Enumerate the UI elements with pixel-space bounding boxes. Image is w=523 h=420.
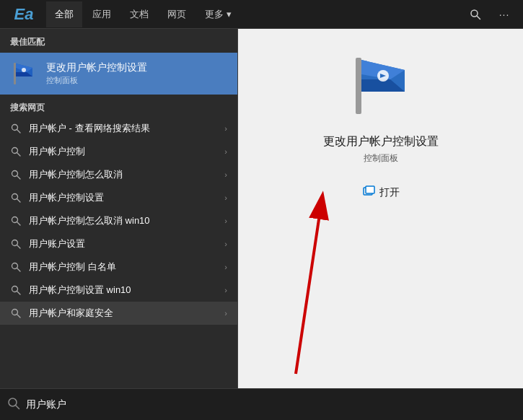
result-text: 用户帐户控制: [29, 145, 217, 158]
result-text: 用户帐户控制 白名单: [29, 261, 217, 274]
best-match-label: 最佳匹配: [0, 29, 237, 53]
search-panel: Ea 全部 应用 文档 网页 更多 ▾ ··· 最佳匹配: [0, 0, 523, 420]
result-text: 用户帐户控制设置: [29, 191, 217, 204]
nav-tabs: 全部 应用 文档 网页 更多 ▾: [46, 1, 465, 27]
svg-line-1: [477, 16, 480, 19]
web-section-label: 搜索网页: [0, 95, 237, 117]
search-icon: [10, 192, 22, 204]
best-match-text: 更改用户帐户控制设置 控制面板: [46, 61, 147, 86]
chevron-right-icon: ›: [224, 286, 227, 294]
chevron-right-icon: ›: [224, 147, 227, 156]
top-nav: Ea 全部 应用 文档 网页 更多 ▾ ···: [0, 0, 523, 29]
best-match-subtitle: 控制面板: [46, 75, 147, 86]
search-icon: [10, 307, 22, 319]
search-icon: [10, 238, 22, 250]
list-item[interactable]: 用户帐户控制设置 ›: [0, 186, 237, 209]
detail-title: 更改用户帐户控制设置: [323, 134, 439, 149]
tab-docs[interactable]: 文档: [121, 1, 157, 27]
tab-all[interactable]: 全部: [46, 1, 82, 27]
open-window-icon: [362, 185, 375, 201]
nav-right-icons: ···: [465, 4, 517, 25]
chevron-right-icon: ›: [224, 170, 227, 179]
list-item[interactable]: 用户帐户控制 白名单 ›: [0, 255, 237, 279]
best-match-icon: [10, 60, 38, 87]
nav-logo: Ea: [6, 1, 42, 27]
right-detail-panel: 更改用户帐户控制设置 控制面板 打开: [238, 29, 523, 388]
svg-line-14: [17, 199, 21, 203]
result-text: 用户帐户控制设置 win10: [29, 284, 217, 297]
svg-line-34: [296, 205, 321, 374]
tab-apps[interactable]: 应用: [84, 1, 120, 27]
list-item[interactable]: 用户帐户控制 ›: [0, 140, 237, 163]
svg-line-20: [17, 268, 21, 272]
list-item[interactable]: 用户帐户控制怎么取消 ›: [0, 163, 237, 186]
open-label: 打开: [379, 186, 400, 199]
svg-line-36: [16, 405, 19, 408]
left-panel: 最佳匹配 更改用户帐户控制设置 控制面板: [0, 29, 238, 388]
search-input[interactable]: [26, 399, 516, 411]
search-icon: [10, 261, 22, 273]
chevron-right-icon: ›: [224, 193, 227, 202]
chevron-right-icon: ›: [224, 240, 227, 248]
detail-subtitle: 控制面板: [364, 152, 398, 165]
svg-line-24: [17, 315, 21, 318]
search-icon: [10, 169, 22, 180]
chevron-right-icon: ›: [224, 124, 227, 133]
result-text: 用户帐户控制怎么取消: [29, 168, 217, 181]
chevron-right-icon: ›: [224, 216, 227, 225]
result-text: 用户帐户控制怎么取消 win10: [29, 214, 217, 227]
svg-line-8: [17, 130, 21, 134]
best-match-item[interactable]: 更改用户帐户控制设置 控制面板: [0, 53, 237, 95]
list-item[interactable]: 用户账户设置 ›: [0, 232, 237, 255]
svg-line-10: [17, 153, 21, 157]
search-icon: [10, 146, 22, 157]
open-button[interactable]: 打开: [356, 182, 405, 204]
chevron-right-icon: ›: [224, 263, 227, 271]
best-match-title: 更改用户帐户控制设置: [46, 61, 147, 74]
search-icon: [10, 215, 22, 227]
search-results: 用户帐户 - 查看网络搜索结果 › 用户帐户控制 › 用户帐户控制怎么取消 ›: [0, 117, 237, 388]
tab-more[interactable]: 更多 ▾: [196, 1, 240, 27]
bottom-search-bar: [0, 388, 523, 420]
chevron-right-icon: ›: [224, 309, 227, 318]
list-item[interactable]: 用户帐户和家庭安全 ›: [0, 302, 237, 325]
result-text: 用户账户设置: [29, 237, 217, 250]
list-item[interactable]: 用户帐户控制设置 win10 ›: [0, 279, 237, 302]
tab-web[interactable]: 网页: [159, 1, 195, 27]
svg-rect-2: [14, 63, 16, 84]
svg-line-12: [17, 176, 21, 180]
svg-line-22: [17, 292, 21, 295]
main-content: 最佳匹配 更改用户帐户控制设置 控制面板: [0, 29, 523, 388]
svg-point-6: [22, 68, 26, 72]
search-icon-btn[interactable]: [465, 4, 485, 25]
search-bar-icon: [7, 397, 20, 413]
more-options-btn[interactable]: ···: [494, 4, 514, 25]
list-item[interactable]: 用户帐户 - 查看网络搜索结果 ›: [0, 117, 237, 140]
svg-line-16: [17, 222, 21, 226]
svg-rect-32: [366, 186, 374, 193]
search-icon: [10, 284, 22, 296]
detail-icon: [345, 51, 417, 123]
list-item[interactable]: 用户帐户控制怎么取消 win10 ›: [0, 209, 237, 232]
search-icon: [10, 123, 22, 134]
result-text: 用户帐户和家庭安全: [29, 307, 217, 320]
svg-rect-25: [356, 58, 361, 114]
result-text: 用户帐户 - 查看网络搜索结果: [29, 122, 217, 135]
svg-line-18: [17, 245, 21, 249]
